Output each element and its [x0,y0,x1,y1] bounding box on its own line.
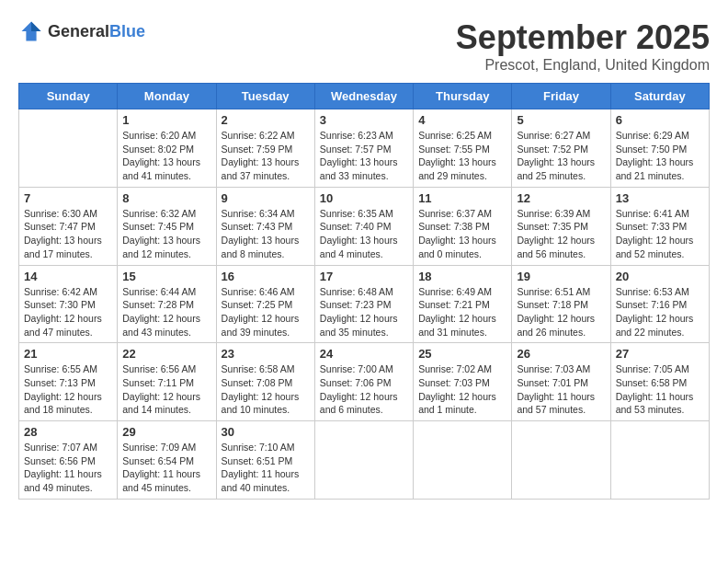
day-number: 14 [24,270,112,283]
day-info: Sunrise: 6:42 AM Sunset: 7:30 PM Dayligh… [24,285,112,339]
day-info: Sunrise: 7:02 AM Sunset: 7:03 PM Dayligh… [418,362,506,417]
calendar-table: SundayMondayTuesdayWednesdayThursdayFrid… [18,83,710,500]
day-number: 17 [320,270,408,283]
day-number: 11 [418,191,506,205]
weekday-header-tuesday: Tuesday [216,84,314,109]
day-info: Sunrise: 7:05 AM Sunset: 6:58 PM Dayligh… [616,362,704,417]
calendar-cell: 22Sunrise: 6:56 AM Sunset: 7:11 PM Dayli… [118,343,216,421]
page-header: GeneralBlue September 2025 Prescot, Engl… [18,18,710,74]
calendar-cell [512,421,610,500]
calendar-cell: 1Sunrise: 6:20 AM Sunset: 8:02 PM Daylig… [118,109,216,188]
calendar-cell: 4Sunrise: 6:25 AM Sunset: 7:55 PM Daylig… [414,109,512,188]
calendar-cell: 24Sunrise: 7:00 AM Sunset: 7:06 PM Dayli… [314,343,413,421]
day-info: Sunrise: 7:07 AM Sunset: 6:56 PM Dayligh… [24,441,112,495]
day-number: 30 [222,425,310,439]
calendar-cell: 27Sunrise: 7:05 AM Sunset: 6:58 PM Dayli… [610,343,709,421]
weekday-header-thursday: Thursday [414,84,512,109]
day-number: 20 [616,270,704,283]
day-number: 10 [320,191,408,205]
week-row-3: 14Sunrise: 6:42 AM Sunset: 7:30 PM Dayli… [19,265,710,343]
calendar-cell: 12Sunrise: 6:39 AM Sunset: 7:35 PM Dayli… [512,187,610,265]
day-number: 16 [222,270,310,283]
calendar-cell: 26Sunrise: 7:03 AM Sunset: 7:01 PM Dayli… [512,343,610,421]
day-info: Sunrise: 6:48 AM Sunset: 7:23 PM Dayligh… [320,285,408,339]
day-number: 8 [122,191,210,205]
calendar-cell: 29Sunrise: 7:09 AM Sunset: 6:54 PM Dayli… [118,421,216,500]
day-info: Sunrise: 6:53 AM Sunset: 7:16 PM Dayligh… [616,285,704,339]
day-info: Sunrise: 6:56 AM Sunset: 7:11 PM Dayligh… [122,362,210,417]
day-number: 24 [320,347,408,361]
day-number: 6 [616,113,704,127]
calendar-cell: 3Sunrise: 6:23 AM Sunset: 7:57 PM Daylig… [314,109,413,188]
day-info: Sunrise: 6:37 AM Sunset: 7:38 PM Dayligh… [418,207,506,261]
day-info: Sunrise: 6:25 AM Sunset: 7:55 PM Dayligh… [418,129,506,183]
day-number: 23 [222,347,310,361]
day-number: 22 [122,347,210,361]
calendar-cell: 9Sunrise: 6:34 AM Sunset: 7:43 PM Daylig… [216,187,314,265]
calendar-cell: 25Sunrise: 7:02 AM Sunset: 7:03 PM Dayli… [414,343,512,421]
day-number: 3 [320,113,408,127]
day-info: Sunrise: 7:09 AM Sunset: 6:54 PM Dayligh… [122,441,210,495]
week-row-2: 7Sunrise: 6:30 AM Sunset: 7:47 PM Daylig… [19,187,710,265]
weekday-header-friday: Friday [512,84,610,109]
calendar-cell: 13Sunrise: 6:41 AM Sunset: 7:33 PM Dayli… [610,187,709,265]
day-info: Sunrise: 6:30 AM Sunset: 7:47 PM Dayligh… [24,207,112,261]
logo-blue: Blue [109,22,145,40]
calendar-cell: 23Sunrise: 6:58 AM Sunset: 7:08 PM Dayli… [216,343,314,421]
day-number: 1 [122,113,210,127]
day-number: 29 [122,425,210,439]
calendar-cell [414,421,512,500]
day-info: Sunrise: 6:44 AM Sunset: 7:28 PM Dayligh… [122,285,210,339]
weekday-header-sunday: Sunday [19,84,118,109]
week-row-5: 28Sunrise: 7:07 AM Sunset: 6:56 PM Dayli… [19,421,710,500]
location: Prescot, England, United Kingdom [456,57,710,74]
day-info: Sunrise: 6:32 AM Sunset: 7:45 PM Dayligh… [122,207,210,261]
weekday-header-row: SundayMondayTuesdayWednesdayThursdayFrid… [19,84,710,109]
day-info: Sunrise: 7:03 AM Sunset: 7:01 PM Dayligh… [517,362,605,417]
day-number: 4 [418,113,506,127]
calendar-cell: 14Sunrise: 6:42 AM Sunset: 7:30 PM Dayli… [19,265,118,343]
day-number: 18 [418,270,506,283]
day-info: Sunrise: 6:35 AM Sunset: 7:40 PM Dayligh… [320,207,408,261]
calendar-cell: 21Sunrise: 6:55 AM Sunset: 7:13 PM Dayli… [19,343,118,421]
day-info: Sunrise: 6:29 AM Sunset: 7:50 PM Dayligh… [616,129,704,183]
day-number: 19 [517,270,605,283]
calendar-cell: 30Sunrise: 7:10 AM Sunset: 6:51 PM Dayli… [216,421,314,500]
calendar-cell [19,109,118,188]
calendar-cell: 7Sunrise: 6:30 AM Sunset: 7:47 PM Daylig… [19,187,118,265]
calendar-cell: 16Sunrise: 6:46 AM Sunset: 7:25 PM Dayli… [216,265,314,343]
logo: GeneralBlue [18,18,145,44]
day-info: Sunrise: 6:34 AM Sunset: 7:43 PM Dayligh… [222,207,310,261]
day-info: Sunrise: 6:23 AM Sunset: 7:57 PM Dayligh… [320,129,408,183]
day-number: 2 [222,113,310,127]
calendar-cell: 15Sunrise: 6:44 AM Sunset: 7:28 PM Dayli… [118,265,216,343]
calendar-cell [610,421,709,500]
weekday-header-saturday: Saturday [610,84,709,109]
calendar-cell: 20Sunrise: 6:53 AM Sunset: 7:16 PM Dayli… [610,265,709,343]
day-number: 15 [122,270,210,283]
day-info: Sunrise: 6:27 AM Sunset: 7:52 PM Dayligh… [517,129,605,183]
calendar-cell [314,421,413,500]
svg-marker-1 [31,22,41,32]
day-info: Sunrise: 7:00 AM Sunset: 7:06 PM Dayligh… [320,362,408,417]
calendar-cell: 28Sunrise: 7:07 AM Sunset: 6:56 PM Dayli… [19,421,118,500]
day-info: Sunrise: 7:10 AM Sunset: 6:51 PM Dayligh… [222,441,310,495]
day-info: Sunrise: 6:51 AM Sunset: 7:18 PM Dayligh… [517,285,605,339]
calendar-cell: 19Sunrise: 6:51 AM Sunset: 7:18 PM Dayli… [512,265,610,343]
logo-text: GeneralBlue [48,22,145,41]
month-title: September 2025 [456,18,710,57]
day-info: Sunrise: 6:20 AM Sunset: 8:02 PM Dayligh… [122,129,210,183]
title-area: September 2025 Prescot, England, United … [456,18,710,74]
day-number: 27 [616,347,704,361]
calendar-cell: 8Sunrise: 6:32 AM Sunset: 7:45 PM Daylig… [118,187,216,265]
day-number: 12 [517,191,605,205]
day-number: 5 [517,113,605,127]
day-info: Sunrise: 6:55 AM Sunset: 7:13 PM Dayligh… [24,362,112,417]
calendar-cell: 2Sunrise: 6:22 AM Sunset: 7:59 PM Daylig… [216,109,314,188]
day-info: Sunrise: 6:49 AM Sunset: 7:21 PM Dayligh… [418,285,506,339]
calendar-cell: 6Sunrise: 6:29 AM Sunset: 7:50 PM Daylig… [610,109,709,188]
week-row-4: 21Sunrise: 6:55 AM Sunset: 7:13 PM Dayli… [19,343,710,421]
day-number: 13 [616,191,704,205]
logo-icon [18,18,44,44]
day-info: Sunrise: 6:58 AM Sunset: 7:08 PM Dayligh… [222,362,310,417]
